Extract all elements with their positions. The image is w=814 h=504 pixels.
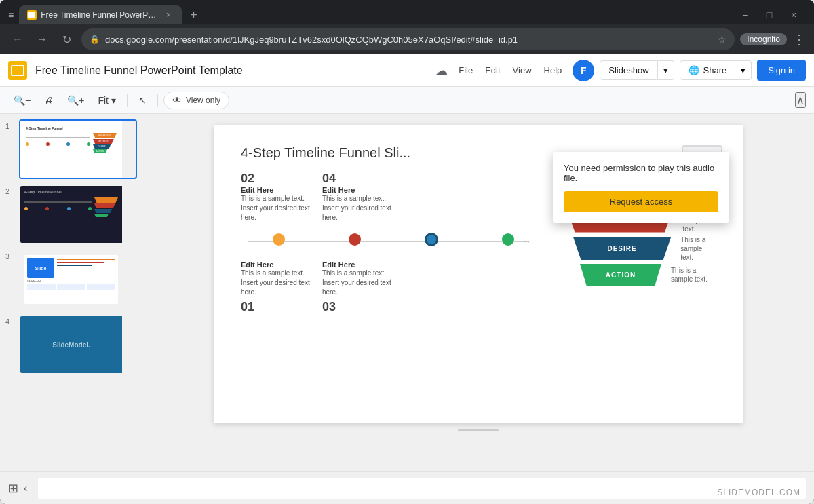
scroll-indicator xyxy=(458,429,499,431)
incognito-label[interactable]: Incognito xyxy=(740,33,787,45)
step-03-edit: Edit Here xyxy=(322,260,404,269)
step-04-top: 04 Edit Here This is a sample text. Inse… xyxy=(322,172,404,222)
slide-preview-1[interactable]: 4-Step Timeline Funnel xyxy=(19,119,137,179)
address-right: Incognito ⋮ xyxy=(740,31,806,47)
zoom-in-button[interactable]: 🔍+ xyxy=(62,92,90,109)
step-02-edit: Edit Here xyxy=(241,186,322,194)
request-access-button[interactable]: Request access xyxy=(564,191,718,212)
view-only-badge[interactable]: 👁 View only xyxy=(163,92,229,109)
tab-title: Free Timeline Funnel PowerPoi... xyxy=(41,10,159,20)
share-dropdown-button[interactable]: ▾ xyxy=(735,60,752,80)
toolbar-divider xyxy=(127,94,128,107)
slide-thumb-1: 1 4-Step Timeline Funnel xyxy=(5,119,137,179)
toolbar-divider-2 xyxy=(157,94,158,107)
step-03-num: 03 xyxy=(322,300,404,314)
more-options-button[interactable]: ⋮ xyxy=(792,31,806,47)
grid-view-icon[interactable]: ⊞ xyxy=(8,481,18,496)
maximize-button[interactable]: □ xyxy=(760,5,779,24)
edit-menu[interactable]: Edit xyxy=(480,62,505,78)
funnel-action-side-label: This is a sample text. xyxy=(671,266,708,284)
close-button[interactable]: × xyxy=(784,5,803,24)
slides-logo-icon xyxy=(11,65,24,76)
eye-icon: 👁 xyxy=(172,95,182,106)
app-actions: F Slideshow ▾ 🌐 Share ▾ Sign in xyxy=(573,60,806,81)
forward-button[interactable]: → xyxy=(33,30,52,49)
funnel-desire-bar: DESIRE xyxy=(573,237,671,260)
zoom-out-button[interactable]: 🔍− xyxy=(8,92,36,109)
toolbar: 🔍− 🖨 🔍+ Fit ▾ ↖ 👁 View only ∧ xyxy=(0,87,814,114)
reload-button[interactable]: ↻ xyxy=(57,30,76,49)
back-button[interactable]: ← xyxy=(8,30,27,49)
slideshow-dropdown-button[interactable]: ▾ xyxy=(658,60,674,80)
step-04-text: This is a sample text. Insert your desir… xyxy=(322,194,404,222)
help-menu[interactable]: Help xyxy=(539,62,568,78)
bottom-bar: ⊞ ‹ xyxy=(0,471,814,504)
timeline-row: → xyxy=(241,233,546,250)
cursor-tool-button[interactable]: ↖ xyxy=(133,92,152,109)
url-bar[interactable]: 🔒 docs.google.com/presentation/d/1lJKgJe… xyxy=(81,28,735,50)
address-bar: ← → ↻ 🔒 docs.google.com/presentation/d/1… xyxy=(0,24,814,54)
bottom-steps-row: Edit Here This is a sample text. Insert … xyxy=(241,260,546,314)
step-04-edit: Edit Here xyxy=(322,186,404,194)
slide-container: 4-Step Timeline Funnel Sli... 02 Edit He… xyxy=(214,125,743,423)
slide-thumb-3: 3 Slide SlideMod xyxy=(5,250,137,309)
tab-bar: ≡ Free Timeline Funnel PowerPoi... × + −… xyxy=(0,0,814,24)
slide-number-4: 4 xyxy=(5,317,15,326)
window-controls: − □ × xyxy=(730,5,809,24)
step-01-num: 01 xyxy=(241,300,322,314)
share-button[interactable]: 🌐 Share xyxy=(680,60,736,80)
minimize-button[interactable]: − xyxy=(735,5,754,24)
view-menu[interactable]: View xyxy=(507,62,537,78)
presentation-title[interactable]: Free Timeline Funnel PowerPoint Template xyxy=(35,64,430,77)
step-01-edit: Edit Here xyxy=(241,260,322,269)
app-bar: Free Timeline Funnel PowerPoint Template… xyxy=(0,54,814,87)
speaker-notes-area[interactable] xyxy=(38,478,806,499)
slide-thumb-2: 2 4-Step Timeline Funnel xyxy=(5,185,137,244)
dot-2-red xyxy=(349,233,361,246)
slide-preview-2[interactable]: 4-Step Timeline Funnel xyxy=(19,185,137,244)
dot-4-green xyxy=(502,233,514,246)
share-group: 🌐 Share ▾ xyxy=(680,60,752,80)
slide-number-3: 3 xyxy=(5,252,15,260)
permission-popup: You need permission to play this audio f… xyxy=(553,152,729,223)
dot-1-orange xyxy=(273,233,285,246)
main-content: 1 4-Step Timeline Funnel xyxy=(0,114,814,471)
step-03-bottom: Edit Here This is a sample text. Insert … xyxy=(322,260,404,314)
step-03-text: This is a sample text. Insert your desir… xyxy=(322,269,404,297)
cursor-icon: ↖ xyxy=(138,95,147,106)
user-avatar[interactable]: F xyxy=(573,60,594,81)
slide-preview-4[interactable]: SlideModel. xyxy=(19,315,137,374)
chevron-down-icon: ▾ xyxy=(111,95,116,106)
slide-2-thumbnail: 4-Step Timeline Funnel xyxy=(20,186,122,243)
zoom-level-button[interactable]: Fit ▾ xyxy=(92,92,121,109)
new-tab-button[interactable]: + xyxy=(185,7,203,24)
collapse-toolbar-button[interactable]: ∧ xyxy=(795,92,806,108)
print-icon: 🖨 xyxy=(44,95,54,106)
dot-3-blue xyxy=(425,233,438,246)
bookmark-icon[interactable]: ☆ xyxy=(717,33,726,46)
slide-4-thumbnail: SlideModel. xyxy=(20,316,122,373)
browser-menu-icon[interactable]: ≡ xyxy=(5,7,16,23)
share-icon: 🌐 xyxy=(689,65,699,75)
collapse-panel-button[interactable]: ‹ xyxy=(24,482,27,495)
slide-1-thumbnail: 4-Step Timeline Funnel xyxy=(20,121,122,178)
slide-number-1: 1 xyxy=(5,122,15,130)
step-02-top: 02 Edit Here This is a sample text. Inse… xyxy=(241,172,322,222)
save-to-cloud-icon[interactable]: ☁ xyxy=(435,63,448,78)
dots-row xyxy=(241,233,546,246)
search-zoom-out-icon: 🔍− xyxy=(14,95,31,106)
funnel-desire-label: DESIRE xyxy=(607,245,636,252)
timeline-section: 02 Edit Here This is a sample text. Inse… xyxy=(241,172,546,314)
slideshow-button[interactable]: Slideshow xyxy=(600,60,657,80)
tab-close-button[interactable]: × xyxy=(163,9,174,20)
tab-favicon xyxy=(27,10,37,20)
app-menus: File Edit View Help xyxy=(453,62,567,78)
funnel-desire-row: DESIRE This is a sample text. xyxy=(560,235,716,262)
slide-preview-3[interactable]: Slide SlideModel xyxy=(19,250,137,309)
print-button[interactable]: 🖨 xyxy=(39,92,59,109)
signin-button[interactable]: Sign in xyxy=(757,60,806,81)
step-01-text: This is a sample text. Insert your desir… xyxy=(241,269,322,297)
active-tab[interactable]: Free Timeline Funnel PowerPoi... × xyxy=(19,5,182,24)
funnel-action-label: ACTION xyxy=(606,271,636,279)
file-menu[interactable]: File xyxy=(453,62,478,78)
